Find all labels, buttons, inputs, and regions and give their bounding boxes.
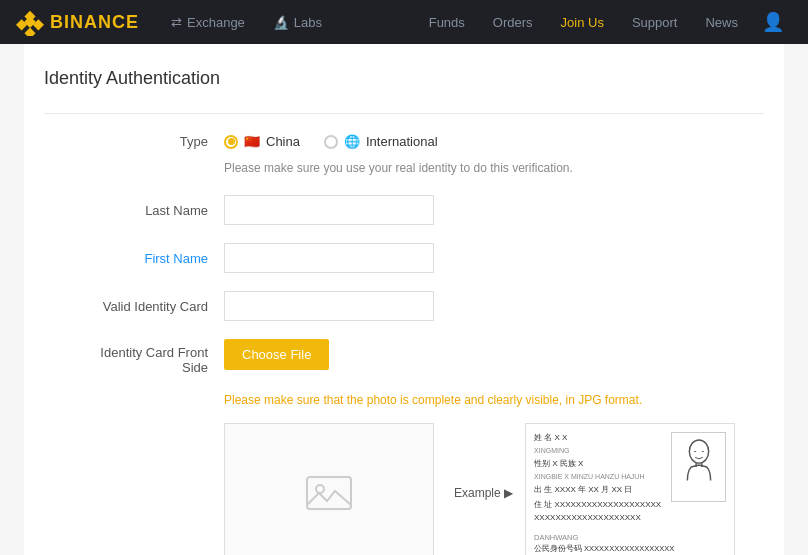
notice-text: Please make sure you use your real ident… (224, 161, 573, 175)
type-options: 🇨🇳 China 🌐 International (224, 134, 438, 149)
choose-file-front-button[interactable]: Choose File (224, 339, 329, 370)
nav-news[interactable]: News (693, 0, 750, 44)
logo-text: BINANCE (50, 12, 139, 33)
image-placeholder-icon (305, 473, 353, 513)
svg-rect-5 (307, 477, 351, 509)
user-icon[interactable]: 👤 (754, 11, 792, 33)
id-card-photo (671, 432, 726, 502)
nav-labs[interactable]: 🔬 Labs (261, 0, 334, 44)
id-card-name: 姓 名 X X XINGMING 性别 X 民族 X XINGBIE X MIN… (534, 432, 665, 524)
photo-notice: Please make sure that the photo is compl… (224, 393, 764, 407)
radio-china[interactable] (224, 135, 238, 149)
nav-links: ⇄ Exchange 🔬 Labs (159, 0, 334, 44)
svg-marker-3 (24, 28, 35, 36)
upload-area: Example ▶ 姓 名 X X XINGMING 性别 X 民族 X XIN… (224, 423, 764, 555)
exchange-icon: ⇄ (171, 15, 182, 30)
nav-funds[interactable]: Funds (417, 0, 477, 44)
id-front-row: Identity Card FrontSide Choose File (44, 339, 764, 375)
type-international[interactable]: 🌐 International (324, 134, 438, 149)
example-label: Example ▶ (454, 486, 513, 500)
svg-point-6 (316, 485, 324, 493)
last-name-row: Last Name (44, 195, 764, 225)
first-name-row: First Name (44, 243, 764, 273)
photo-notice-after: . (639, 393, 642, 407)
nav-support[interactable]: Support (620, 0, 690, 44)
example-section: Example ▶ 姓 名 X X XINGMING 性别 X 民族 X XIN… (454, 423, 735, 555)
example-id-card: 姓 名 X X XINGMING 性别 X 民族 X XINGBIE X MIN… (525, 423, 735, 555)
id-card-content: 姓 名 X X XINGMING 性别 X 民族 X XINGBIE X MIN… (534, 432, 665, 524)
photo-notice-before: Please make sure that the photo is compl… (224, 393, 575, 407)
valid-id-row: Valid Identity Card (44, 291, 764, 321)
page-content: Identity Authentication Type 🇨🇳 China 🌐 … (24, 44, 784, 555)
notice-row: Please make sure you use your real ident… (44, 161, 764, 175)
china-label: China (266, 134, 300, 149)
type-label: Type (44, 134, 224, 149)
id-front-label: Identity Card FrontSide (44, 339, 224, 375)
last-name-input[interactable] (224, 195, 434, 225)
divider (44, 113, 764, 114)
nav-exchange[interactable]: ⇄ Exchange (159, 0, 257, 44)
international-flag: 🌐 (344, 134, 360, 149)
valid-id-input[interactable] (224, 291, 434, 321)
photo-notice-highlight: JPG format (575, 393, 639, 407)
id-card-code: DANHWANG 公民身份号码 XXXXXXXXXXXXXXXXXX (534, 532, 674, 555)
type-china[interactable]: 🇨🇳 China (224, 134, 300, 149)
last-name-label: Last Name (44, 203, 224, 218)
first-name-input[interactable] (224, 243, 434, 273)
notice-spacer (44, 161, 224, 175)
binance-logo-icon (16, 8, 44, 36)
international-label: International (366, 134, 438, 149)
navbar-right: Funds Orders Join Us Support News 👤 (417, 0, 792, 44)
nav-joinus[interactable]: Join Us (549, 0, 616, 44)
first-name-label: First Name (44, 251, 224, 266)
upload-placeholder[interactable] (224, 423, 434, 555)
person-sketch-icon (679, 438, 719, 496)
svg-point-7 (689, 440, 708, 463)
valid-id-label: Valid Identity Card (44, 299, 224, 314)
nav-orders[interactable]: Orders (481, 0, 545, 44)
page-title: Identity Authentication (44, 68, 764, 89)
logo[interactable]: BINANCE (16, 8, 139, 36)
type-row: Type 🇨🇳 China 🌐 International (44, 134, 764, 149)
china-flag: 🇨🇳 (244, 134, 260, 149)
navbar: BINANCE ⇄ Exchange 🔬 Labs Funds Orders J… (0, 0, 808, 44)
radio-international[interactable] (324, 135, 338, 149)
labs-icon: 🔬 (273, 15, 289, 30)
